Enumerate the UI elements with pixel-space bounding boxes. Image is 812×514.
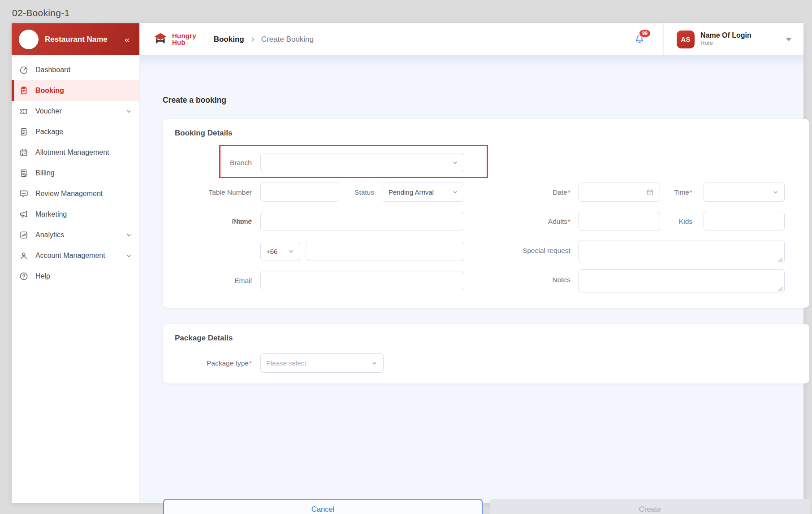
sidebar-item-analytics[interactable]: Analytics bbox=[12, 225, 139, 245]
notes-label: Notes bbox=[490, 270, 570, 289]
breadcrumb-create-booking: Create Booking bbox=[261, 35, 314, 44]
package-icon bbox=[19, 127, 29, 137]
package-details-title: Package Details bbox=[175, 334, 233, 343]
email-input[interactable] bbox=[260, 271, 464, 290]
chevron-down-icon bbox=[125, 232, 132, 239]
special-request-label: Special request bbox=[490, 241, 570, 260]
sidebar-item-label: Voucher bbox=[35, 107, 62, 115]
sidebar-item-review-management[interactable]: Review Management bbox=[12, 183, 139, 204]
topbar-divider bbox=[204, 30, 204, 48]
required-marker: * bbox=[568, 218, 570, 225]
sidebar-item-dashboard[interactable]: Dashboard bbox=[12, 60, 139, 80]
restaurant-avatar bbox=[19, 30, 39, 49]
branch-select[interactable] bbox=[260, 153, 464, 172]
sidebar-item-label: Marketing bbox=[35, 210, 67, 218]
sidebar-item-label: Dashboard bbox=[35, 66, 70, 74]
sidebar-item-booking[interactable]: Booking bbox=[12, 80, 139, 101]
review-chat-icon bbox=[19, 189, 29, 199]
sidebar-item-label: Review Management bbox=[35, 190, 103, 198]
special-request-label-text: Special request bbox=[523, 247, 570, 254]
booking-details-card: Booking Details Branch Table Number Stat… bbox=[163, 119, 809, 308]
chevron-down-icon bbox=[125, 253, 132, 259]
sidebar-item-label: Analytics bbox=[35, 231, 64, 239]
sidebar-item-label: Allotment Management bbox=[35, 148, 109, 157]
status-select[interactable]: Pending Arrival bbox=[383, 183, 464, 202]
name-phone-overlapping-label: Phone* Name* bbox=[171, 212, 252, 231]
status-value: Pending Arrival bbox=[389, 188, 434, 196]
restaurant-name: Restaurant Name bbox=[45, 35, 122, 44]
kids-input[interactable] bbox=[704, 212, 785, 231]
table-number-label: Table Number bbox=[171, 183, 252, 202]
chevron-down-icon bbox=[772, 189, 779, 196]
date-label: Date* bbox=[490, 183, 570, 202]
sidebar-item-account-management[interactable]: Account Management bbox=[12, 245, 139, 266]
breadcrumb-booking[interactable]: Booking bbox=[214, 35, 244, 44]
sidebar-item-package[interactable]: Package bbox=[12, 122, 139, 142]
sidebar-item-voucher[interactable]: Voucher bbox=[12, 101, 139, 122]
notes-label-text: Notes bbox=[553, 276, 571, 283]
sidebar-header: Restaurant Name « bbox=[12, 23, 139, 55]
topbar-right: 99 AS Name Of Login Role bbox=[634, 23, 803, 55]
logo-line2: Hub bbox=[172, 39, 196, 46]
branch-label-text: Branch bbox=[230, 159, 252, 166]
time-select[interactable] bbox=[704, 183, 785, 202]
hungryhub-table-icon bbox=[153, 32, 168, 47]
sidebar-collapse-icon[interactable]: « bbox=[122, 33, 132, 46]
required-marker: * bbox=[690, 188, 692, 196]
phone-country-code-select[interactable]: +66 bbox=[260, 242, 300, 261]
adults-label-text: Adults bbox=[548, 218, 567, 225]
email-label-text: Email bbox=[234, 277, 252, 284]
cancel-button[interactable]: Cancel bbox=[163, 499, 483, 514]
caret-down-icon bbox=[786, 38, 792, 41]
required-marker: * bbox=[568, 188, 570, 196]
account-person-icon bbox=[19, 251, 29, 261]
required-marker: * bbox=[249, 212, 252, 231]
sidebar-item-help[interactable]: Help bbox=[12, 266, 139, 287]
user-avatar: AS bbox=[677, 30, 695, 48]
notes-textarea[interactable] bbox=[579, 269, 785, 292]
sidebar-item-label: Billing bbox=[35, 169, 55, 177]
adults-label: Adults* bbox=[490, 212, 570, 231]
phone-code-value: +66 bbox=[266, 248, 277, 255]
name-input[interactable] bbox=[260, 212, 464, 231]
sidebar-item-label: Package bbox=[35, 128, 63, 136]
create-button[interactable]: Create bbox=[490, 499, 810, 514]
chevron-down-icon bbox=[371, 360, 378, 366]
chevron-down-icon bbox=[125, 108, 132, 115]
hungryhub-logo[interactable]: Hungry Hub bbox=[153, 32, 196, 47]
branch-label: Branch bbox=[171, 153, 252, 172]
sidebar-item-billing[interactable]: Billing bbox=[12, 163, 139, 183]
time-label-text: Time bbox=[674, 188, 689, 196]
page-heading: Create a booking bbox=[163, 96, 226, 105]
user-name: Name Of Login bbox=[700, 31, 752, 39]
package-type-select[interactable]: Please select bbox=[260, 353, 384, 373]
booking-icon bbox=[19, 86, 29, 96]
notification-bell-button[interactable]: 99 bbox=[634, 34, 645, 45]
kids-label-text: Kids bbox=[679, 218, 692, 225]
help-icon bbox=[19, 271, 29, 281]
user-texts: Name Of Login Role bbox=[700, 31, 752, 47]
sidebar-nav: Dashboard Booking Voucher Package Allotm… bbox=[12, 60, 139, 287]
sidebar-item-marketing[interactable]: Marketing bbox=[12, 204, 139, 225]
app-window: Restaurant Name « Dashboard Booking Vouc… bbox=[12, 23, 803, 503]
analytics-chart-icon bbox=[19, 230, 29, 240]
chevron-down-icon bbox=[452, 159, 458, 166]
sidebar: Restaurant Name « Dashboard Booking Vouc… bbox=[12, 23, 140, 503]
main-content: Create a booking Booking Details Branch … bbox=[140, 55, 803, 503]
sidebar-item-allotment-management[interactable]: Allotment Management bbox=[12, 142, 139, 163]
allotment-calendar-icon bbox=[19, 148, 29, 157]
package-type-placeholder: Please select bbox=[266, 359, 306, 367]
user-profile-menu[interactable]: AS Name Of Login Role bbox=[664, 23, 803, 55]
dashboard-icon bbox=[19, 65, 29, 75]
voucher-icon bbox=[19, 106, 29, 116]
time-label: Time* bbox=[612, 183, 692, 202]
phone-input[interactable] bbox=[306, 242, 464, 261]
booking-details-title: Booking Details bbox=[175, 129, 232, 138]
chevron-down-icon bbox=[452, 189, 458, 196]
status-label-text: Status bbox=[354, 188, 374, 196]
sidebar-item-label: Help bbox=[35, 272, 50, 280]
email-label: Email bbox=[171, 271, 252, 290]
marketing-megaphone-icon bbox=[19, 209, 29, 219]
user-role: Role bbox=[700, 39, 752, 47]
special-request-textarea[interactable] bbox=[579, 240, 785, 263]
